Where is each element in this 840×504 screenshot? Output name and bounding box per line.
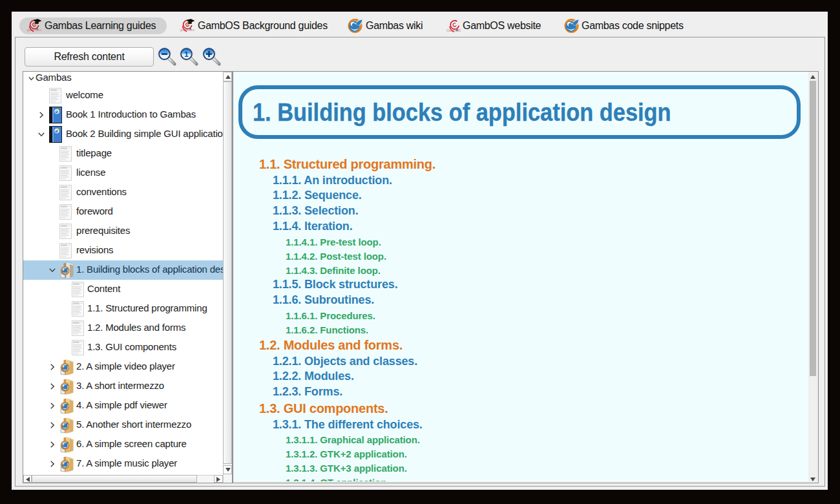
svg-text:1: 1: [184, 50, 189, 58]
